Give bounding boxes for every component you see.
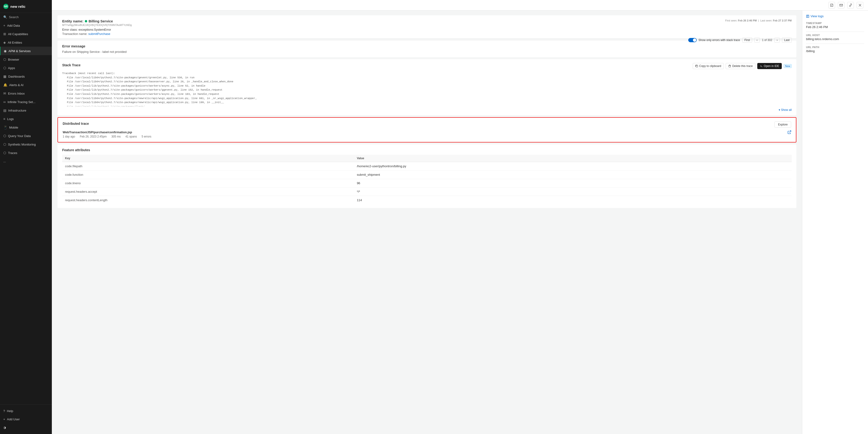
infrastructure-icon: ▤ [3,109,6,112]
svg-line-1 [831,4,832,6]
sidebar-item-theme[interactable]: ◑ [0,424,52,432]
explore-button[interactable]: Explore [774,121,791,127]
infinite-icon: ∞ [3,100,6,104]
prev-button[interactable]: ‹ [754,37,760,43]
sidebar-search[interactable]: 🔍 Search [0,13,52,21]
url-host-label: URL host [806,34,864,36]
seen-dates: First seen: Feb 26 2:46 PM | Last seen: … [725,19,792,22]
stack-line: File /usr/local/lib64/python2.7/site-pac… [62,80,792,84]
attr-value: 114 [354,196,792,204]
stack-trace-lines: File /usr/local/lib64/python2.7/site-pac… [62,76,792,107]
sidebar-label: All Entities [8,41,22,44]
stack-line: File /usr/local/lib64/python2.7/site-pac… [62,100,792,105]
show-all-row: ▾ Show all [62,108,792,112]
sidebar-item-apm-services[interactable]: ◉ APM & Services [0,47,52,55]
transaction-link[interactable]: submitPurchase [88,32,110,36]
sidebar-item-query-your-data[interactable]: ⬡ Query Your Data [0,132,52,140]
last-button[interactable]: Last [782,37,792,43]
trace-name: WebTransaction/JSP/purchase/confirmation… [63,131,151,134]
open-ide-button[interactable]: Open in IDE [757,63,782,69]
first-seen-value: Feb 26 2:46 PM [738,19,756,22]
sidebar-item-alerts-ai[interactable]: 🔔 Alerts & AI [0,81,52,89]
logo-icon: NR [3,4,8,9]
url-path-label: URL path [806,46,864,49]
nav-count: 1 of 302 [762,38,772,42]
chevron-down-icon: ▾ [779,108,780,112]
external-link-icon[interactable] [787,131,791,135]
delete-trace-button[interactable]: Delete this trace [726,63,755,69]
stack-line: File /usr/local/lib64/python2.7/site-pac… [62,76,792,80]
attr-value: /home/ec2-user/pythontron/billing.py [354,162,792,171]
browser-icon: ⬡ [3,58,6,61]
sidebar-item-errors-inbox[interactable]: ✉ Errors Inbox [0,89,52,98]
email-button[interactable] [838,2,844,8]
sidebar-item-add-data[interactable]: + Add Data [0,21,52,30]
sidebar-item-all-capabilities[interactable]: ⊞ All Capabilities [0,30,52,38]
trace-time-ago: 1 day ago [63,135,75,138]
timestamp-label: timestamp [806,22,864,25]
sidebar-label: Errors Inbox [8,92,25,95]
sidebar-item-all-entities[interactable]: ◈ All Entities [0,38,52,47]
show-all-label: Show all [781,108,792,112]
grid-icon: ⊞ [3,32,6,36]
nav-controls: Show only errors with stack trace First … [688,37,792,43]
stack-trace-section: Stack Trace Copy to clipboard Delete thi… [58,59,796,115]
sidebar-item-add-user[interactable]: + Add User [0,415,52,424]
edit-button[interactable] [829,2,835,8]
sidebar-item-more[interactable]: ... [0,157,52,165]
sidebar-label: Traces [8,151,17,155]
logo: NR new relic [0,0,52,13]
link-button[interactable] [847,2,854,8]
first-seen-label: First seen: [725,19,737,22]
svg-line-8 [789,131,791,133]
error-message-section: Error message Failure on Shipping Servic… [58,40,796,57]
stack-trace-content: Traceback (most recent call last): File … [62,71,792,107]
transaction-row: Transaction name: submitPurchase [62,32,792,36]
sidebar-label: Add Data [7,24,20,27]
first-button[interactable]: First [742,37,752,43]
help-icon: ? [3,409,5,413]
sidebar-footer: ? Help + Add User ◑ [0,404,52,434]
attr-key: code.filepath [62,162,354,171]
sidebar-search-label: Search [9,15,19,19]
stack-line: File /usr/local/lib/python2.7/site-packa… [62,105,792,107]
sidebar-item-synthetic-monitoring[interactable]: ⬡ Synthetic Monitoring [0,140,52,149]
search-icon: 🔍 [3,15,7,19]
sidebar-item-logs[interactable]: ≡ Logs [0,115,52,123]
copy-clipboard-button[interactable]: Copy to clipboard [693,63,724,69]
add-icon: + [3,24,5,27]
sidebar-label: Infrastructure [8,109,26,112]
view-logs-link[interactable]: View logs [806,15,864,18]
stack-trace-toggle-container: Show only errors with stack trace [688,38,740,42]
sidebar-label: Browser [8,58,19,61]
close-button[interactable] [857,2,863,8]
panel-url-host-row: URL host billing.telco.nrdemo.com [806,34,864,41]
alerts-icon: 🔔 [3,83,7,87]
sidebar-item-mobile[interactable]: 📱 Mobile [0,123,52,132]
sidebar-item-infrastructure[interactable]: ▤ Infrastructure [0,106,52,115]
sidebar-label: Query Your Data [8,134,31,138]
next-button[interactable]: › [774,37,780,43]
sidebar-item-help[interactable]: ? Help [0,407,52,415]
sidebar-item-dashboards[interactable]: ▦ Dashboards [0,72,52,81]
panel-url-path-row: URL path /billing [806,46,864,53]
distributed-trace-section: Distributed trace Explore WebTransaction… [58,117,796,142]
show-all-button[interactable]: ▾ Show all [779,108,792,112]
traces-icon: ⬡ [3,151,6,155]
sidebar-item-browser[interactable]: ⬡ Browser [0,55,52,64]
sidebar-label: Synthetic Monitoring [8,143,36,146]
sidebar-item-apps[interactable]: ⬡ Apps [0,64,52,72]
stack-trace-toggle[interactable] [688,38,697,42]
sidebar-item-infinite-tracing[interactable]: ∞ Infinite Tracing Set... [0,98,52,106]
url-path-value: /billing [806,49,864,53]
main-scroll-area: First seen: Feb 26 2:46 PM | Last seen: … [52,10,802,434]
sidebar-label: ... [3,160,6,163]
attr-value: 96 [354,179,792,187]
sidebar-item-traces[interactable]: ⬡ Traces [0,149,52,157]
apps-icon: ⬡ [3,66,6,70]
theme-icon: ◑ [3,426,6,429]
table-row: code.functionsubmit_shipment [62,171,792,179]
col-value: Value [354,155,792,162]
stack-line: File /usr/local/lib64/python2.7/site-pac… [62,96,792,101]
sidebar-label: APM & Services [8,49,31,53]
